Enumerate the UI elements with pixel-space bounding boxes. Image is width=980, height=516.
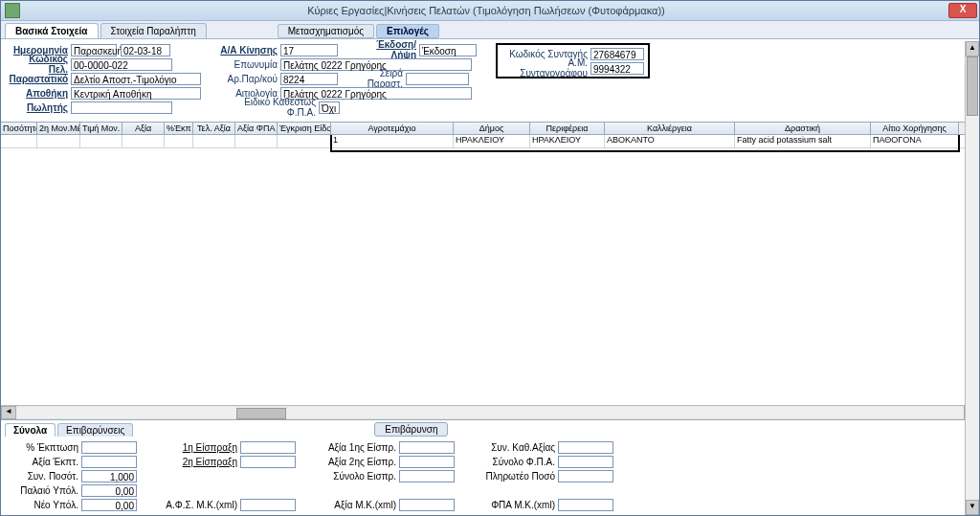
value-custcode[interactable]: 00-0000-022 — [71, 58, 172, 71]
lbl-ax1: Αξία 1ης Είσπρ. — [324, 442, 399, 453]
form-area: Ημερομηνία Παρασκευή 02-03-18 Κωδικός Πε… — [1, 39, 979, 122]
inp-afsmk[interactable] — [240, 499, 296, 511]
app-window: Κύριες Εργασίες|Κινήσεις Πελατών (Τιμολό… — [0, 0, 980, 516]
lbl-oldbal: Παλαιό Υπόλ. — [7, 485, 81, 496]
gh-final[interactable]: Τελ. Αξία — [193, 123, 235, 134]
gh-unit2[interactable]: 2η Μον.Μέτ. — [37, 123, 80, 134]
lbl-kath: Συν. Καθ.Αξίας — [483, 442, 558, 453]
tab-basic[interactable]: Βασικά Στοιχεία — [5, 23, 99, 38]
value-rxcode[interactable]: 27684679 — [590, 48, 644, 60]
gh-value[interactable]: Αξία — [122, 123, 165, 134]
inp-paid[interactable] — [558, 470, 613, 482]
value-seller[interactable] — [71, 101, 172, 114]
label-doc: Παραστατικό — [9, 74, 71, 84]
grid-header: Ποσότητα 2η Μον.Μέτ. Τιμή Μον. Αξία %Έκπ… — [1, 123, 979, 135]
lbl-sum: Σύνολο Εισπρ. — [324, 471, 399, 482]
lbl-discpct: % Έκπτωση — [7, 442, 81, 453]
value-issue[interactable]: Έκδοση — [419, 44, 477, 56]
value-date-day[interactable]: Παρασκευή — [71, 44, 117, 56]
gh-crop[interactable]: Καλλιέργεια — [605, 123, 735, 134]
lbl-synqty: Συν. Ποσότ. — [7, 471, 81, 482]
top-tabs: Βασικά Στοιχεία Στοιχεία Παραλήπτη Μετασ… — [1, 21, 979, 39]
close-button[interactable]: X — [948, 3, 977, 18]
lbl-afsmk: Α.Φ.Σ. Μ.Κ.(xml) — [166, 500, 240, 510]
prescription-box: Κωδικός Συνταγής 27684679 Α.Μ. Συνταγογρ… — [496, 43, 650, 114]
label-parnum: Αρ.Παρ/κού — [220, 74, 280, 84]
gc-cause[interactable]: ΠΑΘΟΓΟΝΑ — [871, 135, 959, 147]
btn-options[interactable]: Επιλογές — [376, 24, 439, 38]
value-rxam[interactable]: 9994322 — [590, 62, 644, 75]
gc-field[interactable]: 1 — [331, 135, 454, 147]
inp-kath[interactable] — [558, 441, 613, 454]
value-date[interactable]: 02-03-18 — [121, 44, 170, 56]
gh-qty[interactable]: Ποσότητα — [1, 123, 37, 134]
inp-ax1[interactable] — [399, 441, 455, 454]
label-vat: Ειδικό Καθεστώς Φ.Π.Α. — [220, 97, 319, 118]
bottom-area: Σύνολα Επιβαρύνσεις Επιβάρυνση % Έκπτωση… — [1, 419, 979, 515]
grid: Ποσότητα 2η Μον.Μέτ. Τιμή Μον. Αξία %Έκπ… — [1, 122, 979, 419]
value-series[interactable] — [406, 73, 469, 85]
inp-discval[interactable] — [81, 456, 137, 468]
inp-eis2[interactable] — [240, 456, 296, 468]
gh-approval[interactable]: Έγκριση Είδους — [278, 123, 331, 134]
grid-hscroll[interactable]: ◄ ► — [1, 405, 979, 419]
value-parnum[interactable]: 8224 — [280, 73, 338, 85]
inp-eis1[interactable] — [240, 441, 296, 454]
inp-fpamk[interactable] — [558, 499, 613, 511]
lbl-paid: Πληρωτέο Ποσό — [483, 471, 558, 482]
gc-region[interactable]: ΗΡΑΚΛΕΙΟΥ — [530, 135, 605, 147]
btn-transform[interactable]: Μετασχηματισμός — [278, 24, 374, 38]
inp-oldbal[interactable]: 0,00 — [81, 484, 137, 497]
gh-active[interactable]: Δραστική — [735, 123, 871, 134]
table-row[interactable]: 1 ΗΡΑΚΛΕΙΟΥ ΗΡΑΚΛΕΙΟΥ ΑΒΟΚΑΝΤΟ Fatty aci… — [1, 135, 979, 148]
btn-apply-charge[interactable]: Επιβάρυνση — [374, 422, 448, 437]
content-vscroll[interactable]: ▲ ▼ — [965, 41, 979, 515]
form-col-1: Ημερομηνία Παρασκευή 02-03-18 Κωδικός Πε… — [9, 43, 201, 114]
gh-disc[interactable]: %Έκπ — [165, 123, 193, 134]
gh-region[interactable]: Περιφέρεια — [530, 123, 605, 134]
lbl-eis1: 1η Είσπραξη — [166, 442, 240, 453]
gh-price[interactable]: Τιμή Μον. — [80, 123, 122, 134]
inp-newbal[interactable]: 0,00 — [81, 499, 137, 511]
scroll-down-icon[interactable]: ▼ — [966, 500, 979, 515]
totals-grid: % Έκπτωση Αξία Έκπτ. Συν. Ποσότ.1,000 Πα… — [5, 437, 975, 511]
scroll-left-icon[interactable]: ◄ — [1, 406, 16, 419]
inp-sum[interactable] — [399, 470, 455, 482]
value-vat[interactable]: Όχι — [319, 101, 340, 114]
inp-discpct[interactable] — [81, 441, 137, 454]
scroll-thumb[interactable] — [236, 408, 286, 419]
lbl-axmk: Αξία Μ.Κ.(xml) — [324, 500, 399, 510]
inp-fpa[interactable] — [558, 456, 613, 468]
inp-axmk[interactable] — [399, 499, 455, 511]
gh-dimos[interactable]: Δήμος — [454, 123, 530, 134]
lbl-fpa: Σύνολο Φ.Π.Α. — [483, 457, 558, 467]
gh-field[interactable]: Αγροτεμάχιο — [331, 123, 454, 134]
lbl-discval: Αξία Έκπτ. — [7, 457, 81, 467]
form-col-2: Α/Α Κίνησης 17 Έκδοση/Λήψη Έκδοση Επωνυμ… — [220, 43, 477, 114]
inp-synqty[interactable]: 1,000 — [81, 470, 137, 482]
tab-totals[interactable]: Σύνολα — [5, 423, 56, 437]
window-title: Κύριες Εργασίες|Κινήσεις Πελατών (Τιμολό… — [24, 5, 948, 16]
scroll-up-icon[interactable]: ▲ — [966, 41, 979, 56]
gh-vat[interactable]: Αξία ΦΠΑ — [235, 123, 278, 134]
tab-charges[interactable]: Επιβαρύνσεις — [57, 423, 133, 437]
gc-active[interactable]: Fatty acid potassium salt — [735, 135, 871, 147]
lbl-ax2: Αξία 2ης Είσπρ. — [324, 457, 399, 467]
vscroll-thumb[interactable] — [967, 56, 978, 116]
gh-cause[interactable]: Αίτιο Χορήγησης — [871, 123, 959, 134]
value-doc[interactable]: Δελτίο Αποστ.-Τιμολόγιο Πώλησης — [71, 73, 201, 85]
label-seller: Πωλητής — [9, 102, 71, 113]
content-area: Βασικά Στοιχεία Στοιχεία Παραλήπτη Μετασ… — [1, 21, 979, 515]
gc-crop[interactable]: ΑΒΟΚΑΝΤΟ — [605, 135, 735, 147]
grid-body[interactable]: 1 ΗΡΑΚΛΕΙΟΥ ΗΡΑΚΛΕΙΟΥ ΑΒΟΚΑΝΤΟ Fatty aci… — [1, 135, 979, 405]
tab-recipient[interactable]: Στοιχεία Παραλήπτη — [100, 23, 207, 38]
value-wh[interactable]: Κεντρική Αποθήκη — [71, 87, 201, 100]
value-moveno[interactable]: 17 — [280, 44, 338, 56]
gc-dimos[interactable]: ΗΡΑΚΛΕΙΟΥ — [454, 135, 530, 147]
label-wh: Αποθήκη — [9, 88, 71, 99]
lbl-newbal: Νέο Υπόλ. — [7, 500, 81, 510]
label-rxam: Α.Μ. Συνταγογράφου — [501, 57, 590, 79]
inp-ax2[interactable] — [399, 456, 455, 468]
lbl-eis2: 2η Είσπραξη — [166, 457, 240, 467]
app-icon — [5, 3, 20, 18]
